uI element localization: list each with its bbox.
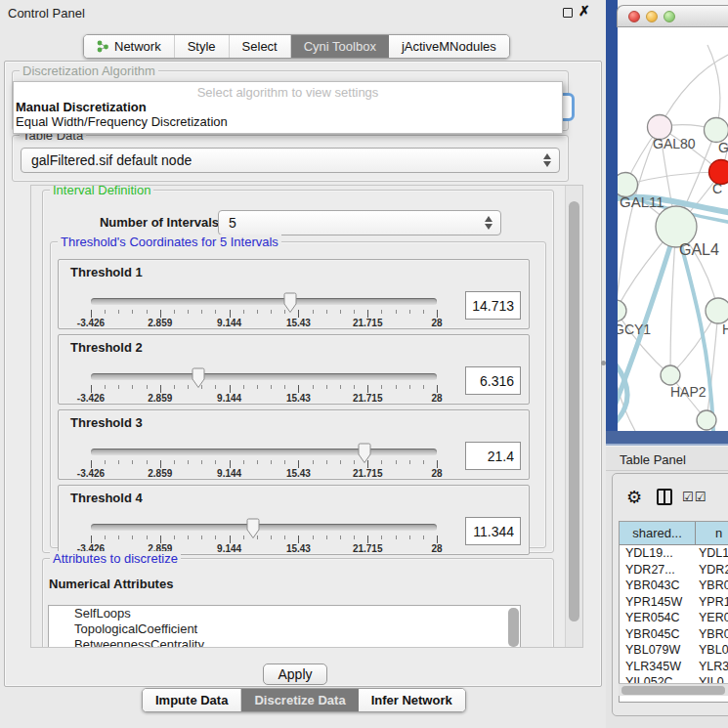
- major-tick: [230, 535, 231, 543]
- dropdown-option-equal-width[interactable]: Equal Width/Frequency Discretization: [14, 114, 562, 129]
- minor-tick: [201, 385, 202, 389]
- table-data-selected: galFiltered.sif default node: [31, 152, 192, 168]
- number-of-intervals-combobox[interactable]: 5: [218, 210, 501, 236]
- minor-tick: [105, 535, 106, 539]
- threshold-value-field[interactable]: [465, 442, 521, 470]
- minor-tick: [354, 535, 355, 539]
- column-layout-icon[interactable]: [657, 489, 672, 505]
- minor-tick: [326, 310, 327, 314]
- attribute-list-item[interactable]: BetweennessCentrality: [49, 637, 520, 648]
- minor-tick: [340, 385, 341, 389]
- network-node-hap2[interactable]: [661, 365, 680, 385]
- network-edge[interactable]: [618, 127, 660, 311]
- minor-tick: [396, 385, 397, 389]
- cell-shared-name: YDL19...: [620, 545, 696, 562]
- minor-tick: [147, 310, 148, 314]
- tab-jactivemnodules[interactable]: jActiveMNodules: [389, 35, 509, 58]
- network-node[interactable]: [697, 410, 716, 430]
- scrollbar-thumb[interactable]: [569, 201, 579, 621]
- threshold-value-field[interactable]: [465, 291, 521, 320]
- major-tick: [298, 310, 299, 318]
- table-row[interactable]: YDR27...YDR2: [620, 562, 728, 578]
- table-data-combobox[interactable]: galFiltered.sif default node: [21, 148, 560, 173]
- float-window-icon[interactable]: [563, 8, 573, 18]
- cell-name: YBR0: [696, 578, 728, 594]
- minor-tick: [340, 535, 341, 539]
- minor-tick: [132, 535, 133, 539]
- network-node-h[interactable]: [706, 298, 728, 323]
- table-row[interactable]: YPR145WYPR1: [620, 594, 728, 611]
- minor-tick: [174, 535, 175, 539]
- minor-tick: [409, 460, 410, 464]
- cell-name: YBL0: [696, 642, 728, 659]
- column-header-name[interactable]: n: [696, 522, 728, 544]
- major-tick: [437, 310, 438, 318]
- minor-tick: [271, 385, 272, 389]
- attribute-list-item[interactable]: TopologicalCoefficient: [49, 621, 520, 637]
- table-row[interactable]: YBR043CYBR0: [620, 578, 728, 594]
- major-tick: [230, 460, 231, 468]
- network-edge[interactable]: [707, 45, 720, 130]
- table-row[interactable]: YLR345WYLR3: [620, 659, 728, 675]
- tab-select[interactable]: Select: [230, 35, 291, 58]
- table-row[interactable]: YBL079WYBL0: [620, 642, 728, 659]
- zoom-traffic-light-icon[interactable]: [664, 11, 675, 22]
- tab-cyni-toolbox[interactable]: Cyni Toolbox: [291, 35, 389, 58]
- tab-network[interactable]: Network: [84, 35, 175, 58]
- gear-icon[interactable]: ⚙: [626, 487, 642, 508]
- cell-shared-name: YBR045C: [620, 626, 696, 643]
- list-scrollbar-thumb[interactable]: [508, 608, 519, 647]
- slider-tick-labels: -3.4262.8599.14415.4321.71528: [91, 468, 437, 479]
- cell-name: YER0: [696, 610, 728, 626]
- numerical-attributes-label: Numerical Attributes: [49, 577, 173, 591]
- minor-tick: [326, 535, 327, 539]
- network-edge[interactable]: [660, 55, 728, 127]
- close-traffic-light-icon[interactable]: [628, 11, 640, 22]
- network-canvas[interactable]: GAL80GACGAL11GAL4GCY1HHAP2: [618, 27, 728, 431]
- major-tick: [230, 310, 231, 318]
- cell-name: YDR2: [696, 562, 728, 578]
- network-window-titlebar[interactable]: [617, 5, 728, 27]
- minor-tick: [118, 310, 119, 314]
- table-panel-title: Table Panel: [620, 452, 686, 467]
- table-body: YDL19...YDL1YDR27...YDR2YBR043CYBR0YPR14…: [620, 545, 728, 691]
- threshold-label: Threshold 1: [70, 265, 143, 279]
- tab-label: jActiveMNodules: [402, 35, 496, 58]
- minor-tick: [243, 460, 244, 464]
- network-node-ga[interactable]: [705, 118, 728, 143]
- node-label: GAL80: [653, 136, 696, 151]
- threshold-slider-track[interactable]: [91, 373, 437, 380]
- threshold-value-field[interactable]: [465, 517, 521, 545]
- numerical-attributes-list[interactable]: SelfLoopsTopologicalCoefficientBetweenne…: [48, 605, 521, 648]
- tab-style[interactable]: Style: [175, 35, 230, 58]
- tab-discretize-data[interactable]: Discretize Data: [241, 689, 358, 711]
- dropdown-option-manual[interactable]: Manual Discretization: [14, 100, 562, 114]
- table-row[interactable]: YER054CYER0: [620, 610, 728, 626]
- tick-label: 15.43: [286, 468, 311, 479]
- minimize-traffic-light-icon[interactable]: [646, 11, 658, 22]
- table-row[interactable]: YBR045CYBR0: [620, 626, 728, 643]
- threshold-slider-track[interactable]: [91, 449, 437, 455]
- minor-tick: [147, 460, 148, 464]
- node-label: C: [712, 181, 722, 196]
- tick-label: 15.43: [286, 543, 311, 554]
- horizontal-scrollbar-thumb[interactable]: [621, 686, 725, 695]
- attribute-list-item[interactable]: SelfLoops: [49, 606, 520, 621]
- minor-tick: [271, 310, 272, 314]
- threshold-slider-track[interactable]: [91, 524, 437, 531]
- threshold-value-field[interactable]: [465, 366, 521, 395]
- stepper-icon: [485, 215, 493, 231]
- tab-infer-network[interactable]: Infer Network: [359, 689, 465, 711]
- close-icon[interactable]: ✗: [578, 3, 590, 19]
- select-columns-icon[interactable]: ☑☑: [682, 490, 707, 504]
- network-edge[interactable]: [625, 172, 721, 185]
- major-tick: [160, 535, 161, 543]
- minor-tick: [188, 310, 189, 314]
- network-node-gcy1[interactable]: [618, 300, 626, 321]
- minor-tick: [381, 535, 382, 539]
- column-header-shared-name[interactable]: shared...: [620, 522, 696, 544]
- apply-button[interactable]: Apply: [263, 664, 327, 685]
- tab-impute-data[interactable]: Impute Data: [143, 689, 241, 711]
- threshold-slider-track[interactable]: [91, 298, 437, 305]
- table-row[interactable]: YDL19...YDL1: [620, 545, 728, 562]
